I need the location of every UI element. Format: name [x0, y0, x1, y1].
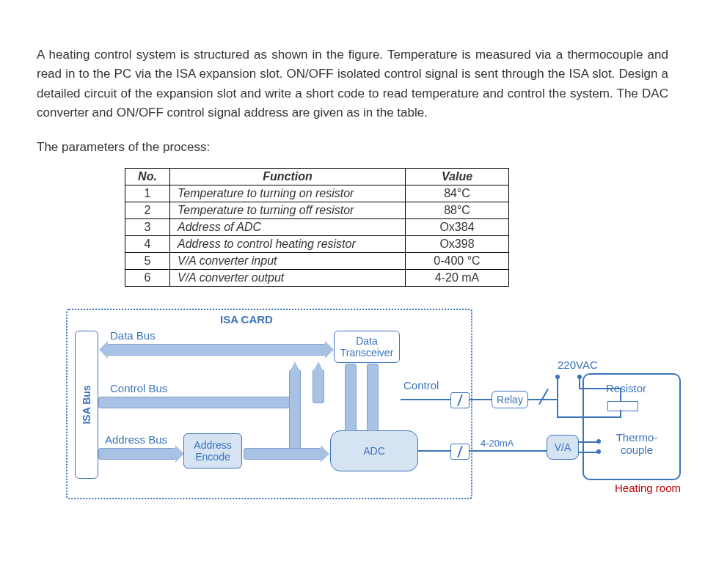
- control-bus-line: [98, 397, 291, 408]
- col-no: No.: [125, 169, 170, 185]
- isa-bus-label: ISA Bus: [81, 386, 92, 425]
- va-to-opto-line: [470, 450, 547, 452]
- resistor-return-line: [557, 416, 621, 418]
- address-bus-label: Address Bus: [105, 433, 167, 446]
- encode-to-adc-line: [244, 448, 321, 460]
- thermocouple-label: Thermo-couple: [607, 432, 666, 456]
- data-bus-line: [107, 344, 326, 356]
- ac-wire: [579, 378, 580, 389]
- table-row: 2 Temperature to turning off resistor 88…: [125, 202, 509, 219]
- tc-wire: [576, 452, 599, 453]
- heating-room-label: Heating room: [615, 482, 681, 494]
- encode-to-transceiver-stub: [289, 370, 301, 457]
- arrow-up-icon: [291, 361, 299, 370]
- data-transceiver-box: Data Transceiver: [334, 331, 400, 363]
- address-bus-line: [98, 448, 176, 460]
- control-bus-label: Control Bus: [110, 382, 167, 394]
- opto-isolator-icon: [450, 444, 470, 460]
- table-row: 1 Temperature to turning on resistor 84°…: [125, 185, 509, 202]
- col-function: Function: [170, 169, 406, 185]
- resistor-return-up: [557, 400, 558, 418]
- parameters-table: No. Function Value 1 Temperature to turn…: [125, 168, 509, 287]
- intro-paragraph: A heating control system is structured a…: [37, 45, 668, 122]
- current-signal-label: 4-20mA: [481, 438, 514, 449]
- arrow-up-icon: [314, 361, 323, 370]
- tc-wire: [576, 441, 599, 443]
- table-row: 5 V/A converter input 0-400 °C: [125, 253, 509, 270]
- va-converter-box: V/A: [547, 435, 579, 460]
- relay-switch-icon: [538, 389, 549, 405]
- address-encode-box: Address Encode: [183, 433, 242, 468]
- data-bus-label: Data Bus: [110, 329, 156, 342]
- ac-voltage-label: 220VAC: [558, 359, 598, 371]
- control-out-line: [401, 399, 450, 400]
- isa-bus-bar: ISA Bus: [75, 331, 98, 479]
- resistor-label: Resistor: [606, 382, 646, 394]
- opto-to-relay-line: [470, 399, 492, 400]
- opto-isolator-icon: [450, 392, 470, 408]
- adc-out-line: [418, 450, 450, 452]
- ac-wire: [557, 378, 558, 400]
- control-label: Control: [403, 379, 439, 392]
- resistor-symbol-icon: [607, 401, 638, 411]
- table-row: 6 V/A converter output 4-20 mA: [125, 270, 509, 287]
- relay-box: Relay: [492, 391, 528, 408]
- transceiver-to-adc-stub-2: [367, 364, 379, 431]
- control-to-transceiver-stub: [313, 370, 324, 403]
- table-row: 3 Address of ADC Ox384: [125, 219, 509, 236]
- col-value: Value: [406, 169, 509, 185]
- adc-box: ADC: [330, 430, 418, 471]
- table-row: 4 Address to control heating resistor Ox…: [125, 236, 509, 253]
- isa-card-label: ISA CARD: [220, 313, 273, 326]
- params-heading: The parameters of the process:: [37, 140, 668, 155]
- transceiver-to-adc-stub-1: [345, 364, 357, 431]
- system-diagram: ISA CARD ISA Bus Data Bus Data Transceiv…: [37, 309, 682, 499]
